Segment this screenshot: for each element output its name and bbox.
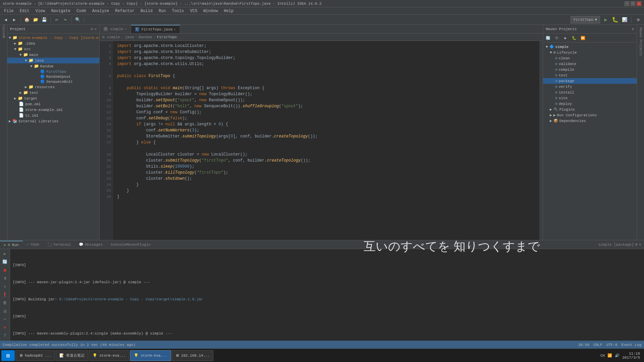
print-button[interactable]: 🖨	[1, 308, 9, 314]
taskbar-network[interactable]: 🖥 192.168.14...	[172, 350, 214, 361]
taskbar-hadoop[interactable]: 🖥 hadoop03 ...	[15, 350, 55, 361]
maven-item-validate[interactable]: ⚙ validate	[543, 61, 637, 67]
breadcrumb-firsttopo[interactable]: FirstTopo	[157, 35, 177, 39]
toolbar-search-icon[interactable]: 🔍	[74, 16, 82, 23]
clear-console-button[interactable]: 🗑	[1, 300, 9, 306]
tree-item-java[interactable]: ▼ 📁 java	[7, 58, 99, 63]
menu-help[interactable]: Help	[221, 8, 236, 14]
maven-item-site[interactable]: ⚙ site	[543, 95, 637, 101]
status-event-log[interactable]: Event Log	[622, 343, 641, 347]
maven-item-dependencies[interactable]: ▶ 📦 Dependencies	[543, 118, 637, 124]
settings-icon[interactable]: ⚙	[635, 16, 642, 23]
bottom-tab-todo[interactable]: ✓ TODO	[23, 241, 43, 248]
menu-file[interactable]: File	[1, 8, 16, 14]
maven-item-run-configs[interactable]: ▶ ▶ Run Configurations	[543, 112, 637, 118]
tree-item-test[interactable]: ▶ 📁 test	[7, 90, 99, 96]
menu-build[interactable]: Build	[138, 8, 155, 14]
maven-item-plugins[interactable]: ▶ 🔌 Plugins	[543, 107, 637, 112]
taskbar-storm1[interactable]: 💡 storm-exa...	[89, 350, 129, 361]
help-button[interactable]: ?	[1, 333, 9, 339]
tree-item-randomspout[interactable]: 🔵 RandomSpout	[7, 74, 99, 79]
menu-navigate[interactable]: Navigate	[48, 8, 73, 14]
coverage-button[interactable]: 📊	[621, 16, 628, 23]
toolbar-back-button[interactable]: ◀	[2, 16, 9, 23]
toolbar-forward-button[interactable]: ▶	[11, 16, 18, 23]
bottom-close-icon[interactable]: ✕	[639, 242, 641, 247]
bottom-tab-terminal[interactable]: ⬛ Terminal	[43, 241, 75, 248]
maven-item-deploy[interactable]: ⚙ deploy	[543, 101, 637, 107]
taskbar-language[interactable]: CH	[600, 354, 605, 358]
taskbar-storm2[interactable]: 💡 storm-exa...	[130, 350, 171, 361]
tree-item-main[interactable]: ▼ 📁 main	[7, 52, 99, 58]
maximize-button[interactable]: □	[631, 1, 635, 6]
close-button[interactable]: ✕	[637, 1, 641, 6]
tab-simple[interactable]: m simple ✕	[100, 25, 131, 33]
tree-item-iml[interactable]: 📄 storm-example.iml	[7, 107, 99, 113]
menu-tools[interactable]: Tools	[169, 8, 187, 14]
toolbar-redo-icon[interactable]: ↪	[62, 16, 69, 23]
tree-item-tziml[interactable]: 📄 tz.iml	[7, 113, 99, 118]
tree-item-firsttopo[interactable]: 🔵 FirstTopo	[7, 69, 99, 74]
run-button[interactable]: ▶	[602, 16, 609, 23]
toolbar-undo-icon[interactable]: ↩	[53, 16, 60, 23]
maven-item-simple[interactable]: ▼ 🔷 simple	[543, 44, 637, 50]
rerun-button[interactable]: 🔄	[1, 258, 9, 265]
bottom-settings-icon[interactable]: ⚙	[635, 242, 638, 247]
run-again-button[interactable]: ▶	[1, 250, 9, 257]
editor-scrollbar[interactable]	[539, 41, 543, 240]
tree-item-root[interactable]: ▼ 📁 storm-example - Copy - Copy [storm-e…	[7, 35, 99, 41]
maven-item-package[interactable]: ⚙ package	[543, 78, 637, 84]
maven-debug-icon[interactable]: 🐛	[571, 34, 578, 42]
firsttopo-tab-close[interactable]: ✕	[174, 27, 176, 32]
breadcrumb-simple[interactable]: m simple	[102, 35, 120, 39]
menu-run[interactable]: Run	[156, 8, 169, 14]
tree-item-random[interactable]: ▼ 📁 Random	[7, 63, 99, 69]
menu-code[interactable]: Code	[74, 8, 89, 14]
maven-refresh-icon[interactable]: 🔄	[544, 34, 552, 42]
favorites-button[interactable]: ★	[1, 33, 7, 39]
menu-vcs[interactable]: VCS	[187, 8, 200, 14]
toolbar-project-icon[interactable]: 🏠	[23, 16, 31, 23]
soft-wrap-button[interactable]: ↩	[1, 316, 9, 323]
project-panel-close-icon[interactable]: ✕	[94, 27, 97, 31]
tree-item-src[interactable]: ▼ 📁 src	[7, 46, 99, 52]
taskbar-start-button[interactable]: ⊞	[1, 350, 15, 361]
maven-item-clean[interactable]: ⚙ clean	[543, 55, 637, 61]
tree-item-pom[interactable]: 📄 pom.xml	[7, 101, 99, 107]
maven-add-icon[interactable]: ➕	[553, 34, 560, 42]
scroll-to-error-button[interactable]: ❗	[1, 291, 9, 298]
simple-tab-close[interactable]: ✕	[125, 27, 127, 31]
structure-button[interactable]: Structure	[1, 26, 7, 32]
maven-item-verify[interactable]: ⚙ verify	[543, 84, 637, 89]
minimize-button[interactable]: ─	[625, 1, 629, 6]
scroll-end-button[interactable]: ⬇	[1, 283, 9, 290]
tree-item-resources[interactable]: ▶ 📁 resources	[7, 84, 99, 90]
tab-firsttopo[interactable]: C FirstTopo.java ✕	[131, 25, 180, 33]
maven-item-lifecycle[interactable]: ▼ ⚙ Lifecycle	[543, 50, 637, 55]
taskbar-youdao[interactable]: 📝 有道云笔记	[56, 350, 88, 361]
run-config-selector[interactable]: FirstTopo ▼	[571, 16, 600, 23]
remove-button[interactable]: ✖	[1, 324, 9, 331]
tree-item-senquecebolt[interactable]: 🔵 SenqueceBolt	[7, 79, 99, 84]
tree-item-external[interactable]: ▶ 📚 External Libraries	[7, 118, 99, 124]
maven-item-test[interactable]: ⚙ test	[543, 72, 637, 78]
bottom-tab-run[interactable]: ▶ 4 Run	[0, 241, 23, 248]
bottom-tab-consolemaven[interactable]: ConsoleMavenPlugin	[107, 241, 155, 248]
menu-analyze[interactable]: Analyze	[90, 8, 112, 14]
maven-run-icon[interactable]: ▶	[562, 34, 569, 42]
project-panel-settings-icon[interactable]: ⚙	[91, 27, 93, 31]
menu-view[interactable]: View	[33, 8, 48, 14]
maven-settings-icon[interactable]: ⚙	[632, 27, 634, 31]
toolbar-open-icon[interactable]: 📁	[32, 16, 39, 23]
maven-item-compile[interactable]: ⚙ compile	[543, 67, 637, 72]
tree-item-idea[interactable]: ▶ 📁 .idea	[7, 41, 99, 46]
stop-button[interactable]: ⏹	[1, 267, 9, 274]
breadcrumb-java[interactable]: java	[125, 35, 133, 39]
toolbar-save-icon[interactable]: 💾	[41, 16, 48, 23]
breadcrumb-random[interactable]: Random	[139, 35, 152, 39]
menu-refactor[interactable]: Refactor	[112, 8, 137, 14]
title-bar-controls[interactable]: ─ □ ✕	[625, 1, 641, 6]
pause-button[interactable]: ⏸	[1, 275, 9, 282]
maven-skip-tests-icon[interactable]: ⏩	[579, 34, 587, 42]
tree-item-target[interactable]: ▶ 📁 target	[7, 96, 99, 101]
